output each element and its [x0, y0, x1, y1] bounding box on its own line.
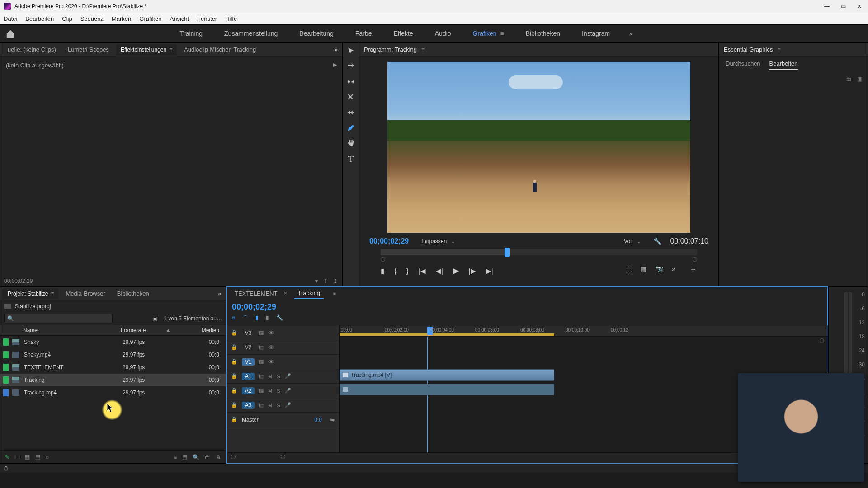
tool-type[interactable] [346, 154, 355, 163]
minimize-button[interactable]: — [824, 3, 830, 9]
settings-wrench-icon[interactable]: 🔧 [653, 237, 662, 245]
zoom-handle-left[interactable] [231, 455, 236, 459]
automate-icon[interactable]: ▤ [182, 454, 187, 460]
eg-tab-bearbeiten[interactable]: Bearbeiten [769, 60, 798, 70]
tool-slip[interactable] [346, 108, 355, 117]
col-framerate[interactable]: Framerate▲ [121, 327, 175, 333]
track-header-v1[interactable]: 🔒V1▧👁 [226, 355, 339, 369]
col-name[interactable]: Name [3, 327, 121, 333]
menu-clip[interactable]: Clip [62, 15, 72, 22]
zoom-fit-dropdown[interactable]: Einpassen⌄ [417, 237, 459, 245]
list-view-icon[interactable]: ≣ [15, 454, 19, 460]
eg-tab-durchsuchen[interactable]: Durchsuchen [726, 60, 760, 70]
tool-razor[interactable] [346, 93, 355, 102]
project-row[interactable]: Tracking.mp429,97 fps00;0 [0, 386, 226, 399]
clip-tracking-video[interactable]: Tracking.mp4 [V] [340, 369, 554, 381]
label-chip[interactable] [3, 338, 9, 346]
clip-tracking-audio[interactable] [340, 384, 554, 395]
project-search-input[interactable]: 🔍 [4, 314, 113, 323]
lift-button[interactable]: ⬚ [626, 265, 632, 273]
program-scrub-bar[interactable] [381, 249, 697, 255]
fx-icon[interactable]: ▧ [259, 388, 264, 394]
menu-hilfe[interactable]: Hilfe [225, 15, 237, 22]
mute-button[interactable]: M [268, 388, 272, 394]
work-area-bar[interactable] [340, 333, 554, 336]
ws-audio[interactable]: Audio [424, 25, 462, 42]
fx-icon[interactable]: ▧ [259, 330, 264, 336]
mark-in-button[interactable]: { [394, 267, 396, 275]
icon-view-icon[interactable]: ▦ [25, 454, 30, 460]
solo-button[interactable]: S [277, 388, 280, 394]
home-icon[interactable] [5, 29, 15, 38]
eg-panel-menu-icon[interactable]: ≡ [777, 47, 780, 53]
tab-audioclip-mischer[interactable]: Audioclip-Mischer: Tracking [179, 44, 260, 55]
tl-panel-menu-icon[interactable]: ≡ [333, 290, 336, 296]
zoom-handle-right[interactable] [281, 455, 285, 459]
zoom-slider[interactable]: ○ [46, 454, 49, 460]
tl-wrench-icon[interactable]: 🔧 [276, 314, 283, 322]
fx-icon[interactable]: ▧ [259, 402, 264, 408]
menu-bearbeiten[interactable]: Bearbeiten [25, 15, 54, 22]
menu-sequenz[interactable]: Sequenz [80, 15, 104, 22]
panel-menu-icon[interactable]: ≡ [169, 47, 172, 53]
maximize-button[interactable]: ▭ [840, 3, 846, 9]
eg-new-layer-icon[interactable]: ▣ [857, 76, 862, 82]
menu-grafiken[interactable]: Grafiken [139, 15, 161, 22]
project-row[interactable]: Shaky.mp429,97 fps00;0 [0, 348, 226, 361]
ws-bibliotheken[interactable]: Bibliotheken [515, 25, 571, 42]
proj-tabs-overflow[interactable]: » [216, 291, 223, 297]
ws-bearbeitung[interactable]: Bearbeitung [288, 25, 344, 42]
label-chip[interactable] [3, 364, 9, 371]
quality-dropdown[interactable]: Voll⌄ [619, 237, 645, 245]
tool-track-select[interactable] [346, 62, 355, 71]
program-viewer[interactable] [387, 62, 690, 233]
tool-pen[interactable] [346, 123, 355, 132]
filter-bin-icon[interactable]: ▣ [152, 315, 157, 322]
add-marker-button[interactable]: ▮ [381, 267, 384, 275]
program-panel-menu-icon[interactable]: ≡ [421, 47, 425, 53]
solo-button[interactable]: S [277, 403, 280, 408]
insert-icon[interactable]: ↧ [323, 278, 328, 284]
col-media[interactable]: Medien [175, 327, 223, 333]
ws-zusammenstellung[interactable]: Zusammenstellung [213, 25, 288, 42]
goto-in-button[interactable]: |◀ [419, 267, 426, 275]
add-button[interactable]: ＋ [689, 263, 697, 274]
goto-out-button[interactable]: ▶| [486, 267, 493, 275]
menu-ansicht[interactable]: Ansicht [170, 15, 189, 22]
lock-icon[interactable]: 🔒 [231, 402, 237, 408]
tl-snap-icon[interactable]: ⧈ [232, 314, 236, 322]
tool-selection[interactable] [346, 47, 355, 56]
tab-effekteinstellungen[interactable]: Effekteinstellungen≡ [116, 44, 177, 55]
fx-icon[interactable]: ▧ [259, 373, 264, 379]
tab-projekt[interactable]: Projekt: Stabilize≡ [3, 288, 58, 299]
project-row[interactable]: TEXTELEMENT29,97 fps00;0 [0, 361, 226, 374]
track-header-v3[interactable]: 🔒V3▧👁 [226, 326, 339, 340]
eye-icon[interactable]: 👁 [268, 329, 274, 337]
track-header-v2[interactable]: 🔒V2▧👁 [226, 340, 339, 355]
freeform-view-icon[interactable]: ▤ [35, 454, 40, 460]
panel-menu-icon[interactable]: ≡ [51, 291, 54, 297]
fx-icon[interactable]: ▧ [259, 359, 264, 365]
ws-grafiken[interactable]: Grafiken [462, 25, 515, 42]
tl-marker2-icon[interactable]: ▮ [266, 314, 269, 322]
sort-icon[interactable]: ≡ [174, 454, 177, 460]
track-header-a1[interactable]: 🔒A1▧MS🎤 [226, 369, 339, 384]
program-playhead[interactable] [505, 248, 510, 257]
track-header-a3[interactable]: 🔒A3▧MS🎤 [226, 398, 339, 413]
tab-bibliotheken[interactable]: Bibliotheken [113, 288, 154, 299]
mic-icon[interactable]: 🎤 [285, 388, 291, 394]
eg-folder-icon[interactable]: 🗀 [846, 76, 852, 82]
tl-linked-sel-icon[interactable]: ⌒ [243, 314, 248, 322]
tl-tab-close[interactable]: × [284, 290, 287, 296]
timeline-timecode[interactable]: 00;00;02;29 [232, 302, 276, 312]
lock-icon[interactable]: 🔒 [231, 359, 237, 365]
menu-marken[interactable]: Marken [112, 15, 131, 22]
tl-handle[interactable] [820, 338, 824, 343]
mic-icon[interactable]: 🎤 [285, 373, 291, 379]
ws-effekte[interactable]: Effekte [382, 25, 424, 42]
lock-icon[interactable]: 🔒 [231, 417, 237, 422]
mute-button[interactable]: M [268, 403, 272, 408]
balance-icon[interactable]: ⇋ [330, 417, 335, 423]
new-item-icon[interactable]: 🗎 [216, 454, 221, 460]
collapse-arrow-icon[interactable]: ▶ [333, 62, 337, 68]
